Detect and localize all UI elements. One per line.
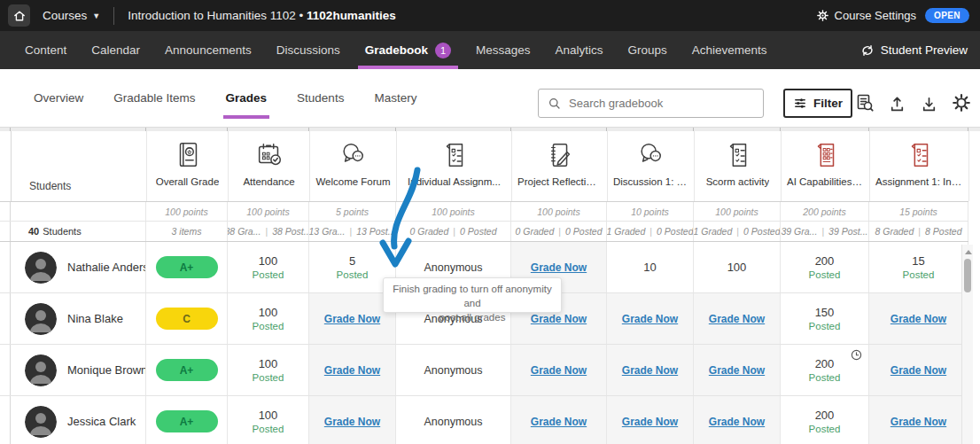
grade-now-link[interactable]: Grade Now [622, 416, 678, 428]
download-icon[interactable] [920, 94, 938, 113]
counts-overall: 3 items [146, 222, 228, 241]
tab-announcements[interactable]: Announcements [152, 31, 264, 69]
tab-gradable-items[interactable]: Gradable Items [113, 69, 195, 127]
tab-calendar[interactable]: Calendar [79, 31, 152, 69]
points-attendance: 100 points [228, 202, 309, 221]
grade-cell-welcome: Grade Now [309, 345, 396, 395]
grade-pill[interactable]: A+ [156, 410, 218, 432]
topbar-divider [113, 7, 114, 25]
settings-gear-icon[interactable] [952, 93, 971, 113]
grade-now-link[interactable]: Grade Now [531, 364, 587, 377]
grade-cell-attendance[interactable]: 100Posted [228, 345, 309, 395]
scroll-up-arrow-icon[interactable] [965, 250, 972, 254]
tab-students[interactable]: Students [297, 69, 344, 127]
forum-icon [338, 140, 369, 170]
grade-cell-attendance[interactable]: 100Posted [228, 396, 309, 444]
grade-cell-attendance[interactable]: 100Posted [228, 242, 309, 292]
column-overall-grade[interactable]: Overall Grade [147, 131, 229, 201]
student-cell[interactable]: Jessica Clark [11, 396, 146, 444]
course-settings-button[interactable]: Course Settings [816, 9, 917, 22]
grade-cell-ai[interactable]: 200Posted [781, 242, 869, 292]
column-individual-assignment[interactable]: Individual Assignm... [397, 131, 512, 201]
student-cell[interactable]: Nina Blake [11, 293, 146, 344]
grade-cell-individual[interactable]: Anonymous [396, 345, 511, 395]
grade-now-link[interactable]: Grade Now [709, 364, 765, 377]
filter-button[interactable]: Filter [783, 89, 852, 118]
column-project-reflections[interactable]: Project Reflections [512, 131, 608, 201]
grade-cell-welcome: Grade Now [309, 396, 396, 444]
student-cell[interactable]: Nathalie Andersson [11, 242, 146, 292]
filter-sliders-icon [793, 97, 807, 110]
title-separator: • [299, 9, 304, 22]
grade-now-link[interactable]: Grade Now [891, 313, 946, 325]
counts-attendance: 38 Gra...|38 Post... [228, 222, 309, 241]
column-ai-capabilities[interactable]: AI Capabilities - Ind... [782, 131, 870, 201]
courses-menu[interactable]: Courses ▼ [43, 9, 100, 22]
grade-pill[interactable]: A+ [156, 256, 218, 278]
grade-now-link[interactable]: Grade Now [891, 364, 946, 377]
grade-now-link[interactable]: Grade Now [324, 416, 380, 428]
grade-cell-assignment: Grade Now [869, 345, 968, 395]
column-scorm-activity[interactable]: Scorm activity [695, 131, 782, 201]
tab-overview[interactable]: Overview [34, 69, 83, 127]
upload-icon[interactable] [888, 94, 906, 113]
student-count: 40Students [11, 222, 146, 241]
search-input[interactable] [569, 97, 754, 110]
grade-now-link[interactable]: Grade Now [622, 364, 678, 377]
grade-cell-ai[interactable]: 150Posted [781, 293, 869, 344]
grade-report-search-icon[interactable] [855, 93, 875, 113]
tab-grades[interactable]: Grades [226, 69, 268, 127]
home-button[interactable] [8, 4, 30, 27]
tab-mastery[interactable]: Mastery [374, 69, 416, 127]
column-welcome-forum[interactable]: Welcome Forum [310, 131, 397, 201]
column-attendance[interactable]: Attendance [229, 131, 310, 201]
student-preview-label: Student Preview [881, 43, 968, 57]
scrollbar-thumb[interactable] [964, 259, 971, 292]
grade-cell-ai[interactable]: 200Posted [781, 396, 869, 444]
column-assignment-1[interactable]: Assignment 1: Inve.. [870, 131, 969, 201]
grade-cell-discussion[interactable]: 10 [607, 242, 694, 292]
tab-messages[interactable]: Messages [463, 31, 543, 69]
gradebook-search[interactable] [538, 89, 764, 118]
grade-now-link[interactable]: Grade Now [709, 416, 765, 428]
grade-now-link[interactable]: Grade Now [324, 313, 380, 325]
grade-cell-scorm[interactable]: 100 [694, 242, 781, 292]
grade-cell-assignment: Grade Now [869, 293, 968, 344]
gear-icon [816, 9, 829, 22]
column-students[interactable]: Students [12, 131, 147, 201]
vertical-scrollbar[interactable] [961, 245, 973, 444]
course-nav: Content Calendar Announcements Discussio… [0, 31, 980, 69]
grade-cell-assignment[interactable]: 15Posted [869, 242, 968, 292]
discussion-icon [636, 140, 666, 170]
tooltip-line-2: post all grades [384, 310, 561, 324]
student-preview-button[interactable]: Student Preview [860, 31, 968, 69]
grade-now-link[interactable]: Grade Now [531, 416, 587, 428]
grade-pill[interactable]: A+ [156, 359, 218, 381]
points-scorm: 100 points [694, 202, 781, 221]
student-cell[interactable]: Monique Brown [11, 345, 146, 395]
tab-analytics[interactable]: Analytics [543, 31, 616, 69]
tab-gradebook[interactable]: Gradebook 1 [353, 31, 463, 69]
assignment-1-checklist-icon [905, 140, 935, 170]
grade-now-link[interactable]: Grade Now [891, 416, 946, 428]
grade-now-link[interactable]: Grade Now [709, 313, 765, 325]
tab-content[interactable]: Content [12, 31, 79, 69]
tab-discussions[interactable]: Discussions [264, 31, 353, 69]
grade-now-link[interactable]: Grade Now [622, 313, 678, 325]
clock-icon [851, 349, 862, 361]
top-bar: Courses ▼ Introduction to Humanities 110… [0, 0, 980, 31]
tab-achievements[interactable]: Achievements [680, 31, 780, 69]
grade-now-link[interactable]: Grade Now [531, 261, 587, 274]
grade-pill[interactable]: C [156, 308, 218, 330]
grade-cell-attendance[interactable]: 100Posted [228, 293, 309, 344]
tab-groups[interactable]: Groups [616, 31, 680, 69]
grade-cell-ai[interactable]: 200Posted [781, 345, 869, 395]
grade-cell-individual[interactable]: Anonymous [396, 396, 511, 444]
overall-grade-icon [173, 140, 203, 170]
student-name: Nina Blake [67, 312, 123, 325]
course-title: Introduction to Humanities 1102 • 1102hu… [128, 9, 395, 22]
home-icon [12, 9, 27, 23]
column-discussion-1[interactable]: Discussion 1: Softw... [608, 131, 695, 201]
grade-now-link[interactable]: Grade Now [324, 364, 380, 377]
grid-header-row: Students Overall Grade Attendance Welcom… [0, 131, 968, 202]
